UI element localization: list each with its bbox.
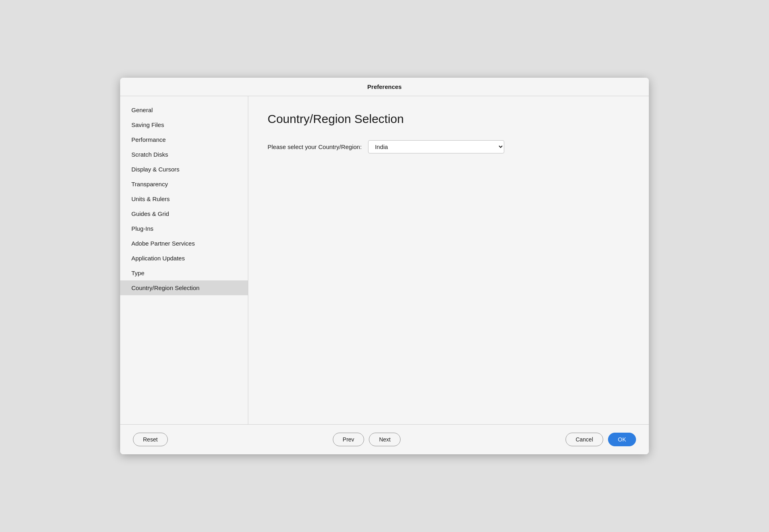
preferences-dialog: Preferences GeneralSaving FilesPerforman… [120,78,649,454]
sidebar-item-type[interactable]: Type [120,266,248,280]
country-form-row: Please select your Country/Region: Afgha… [268,140,630,153]
footer-right: Cancel OK [566,433,636,446]
sidebar-item-country-region-selection[interactable]: Country/Region Selection [120,280,248,295]
sidebar-item-display---cursors[interactable]: Display & Cursors [120,162,248,177]
sidebar-item-scratch-disks[interactable]: Scratch Disks [120,147,248,162]
page-title: Country/Region Selection [268,112,630,126]
sidebar-item-performance[interactable]: Performance [120,132,248,147]
reset-button[interactable]: Reset [133,433,168,446]
sidebar-item-general[interactable]: General [120,103,248,117]
dialog-footer: Reset Prev Next Cancel OK [120,424,649,454]
country-select[interactable]: AfghanistanAlbaniaAlgeriaAndorraAngolaAr… [368,140,504,153]
footer-left: Reset [133,433,168,446]
sidebar-item-plug-ins[interactable]: Plug-Ins [120,221,248,236]
country-label: Please select your Country/Region: [268,143,362,150]
sidebar-item-saving-files[interactable]: Saving Files [120,117,248,132]
dialog-body: GeneralSaving FilesPerformanceScratch Di… [120,96,649,424]
next-button[interactable]: Next [369,433,401,446]
sidebar-item-guides---grid[interactable]: Guides & Grid [120,206,248,221]
cancel-button[interactable]: Cancel [566,433,603,446]
ok-button[interactable]: OK [608,433,636,446]
sidebar-item-units---rulers[interactable]: Units & Rulers [120,191,248,206]
sidebar-item-adobe-partner-services[interactable]: Adobe Partner Services [120,236,248,251]
sidebar: GeneralSaving FilesPerformanceScratch Di… [120,96,248,424]
sidebar-item-transparency[interactable]: Transparency [120,177,248,191]
prev-button[interactable]: Prev [333,433,364,446]
dialog-title: Preferences [120,78,649,96]
sidebar-item-application-updates[interactable]: Application Updates [120,251,248,266]
footer-center: Prev Next [333,433,401,446]
main-content: Country/Region Selection Please select y… [248,96,649,424]
